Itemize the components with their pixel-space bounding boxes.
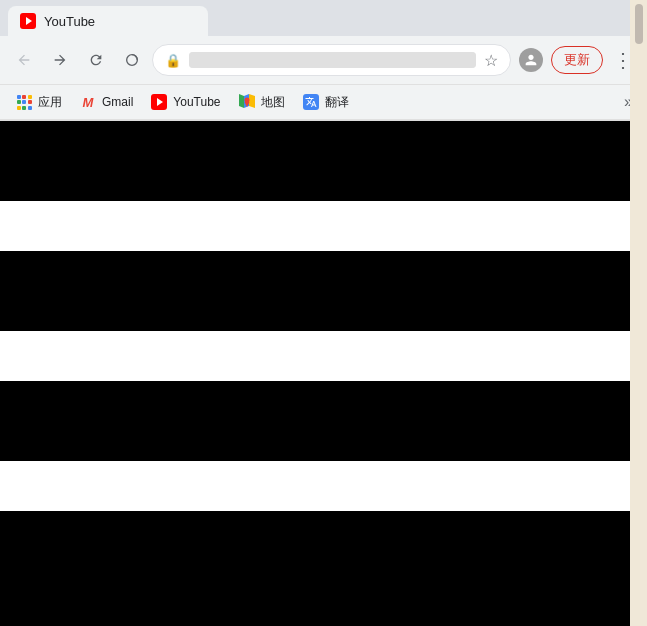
security-icon: 🔒 xyxy=(165,53,181,68)
translate-label: 翻译 xyxy=(325,94,349,111)
update-button[interactable]: 更新 xyxy=(551,46,603,74)
browser-chrome: YouTube 🔒 ☆ 更新 xyxy=(0,0,647,121)
apps-grid-icon xyxy=(16,94,32,110)
address-bar-icons: ☆ xyxy=(484,51,498,70)
youtube-bookmark-icon xyxy=(151,94,167,110)
active-tab[interactable]: YouTube xyxy=(8,6,208,36)
gmail-icon: M xyxy=(80,94,96,110)
bookmark-translate[interactable]: 翻译 xyxy=(295,89,357,115)
translate-icon xyxy=(303,94,319,110)
play-triangle-icon xyxy=(26,17,32,25)
star-icon[interactable]: ☆ xyxy=(484,51,498,70)
maps-label: 地图 xyxy=(261,94,285,111)
youtube-fav-icon xyxy=(151,94,167,110)
stripe-5 xyxy=(0,381,630,461)
browser-viewport xyxy=(0,121,647,626)
profile-avatar xyxy=(519,48,543,72)
scrollbar[interactable] xyxy=(630,0,647,506)
address-bar[interactable]: 🔒 ☆ xyxy=(152,44,511,76)
page-content xyxy=(0,121,630,626)
tab-title: YouTube xyxy=(44,14,196,29)
address-bar-row: 🔒 ☆ 更新 ⋮ xyxy=(0,36,647,84)
youtube-favicon-icon xyxy=(20,13,36,29)
bookmark-gmail[interactable]: M Gmail xyxy=(72,89,141,115)
apps-label: 应用 xyxy=(38,94,62,111)
svg-marker-4 xyxy=(249,94,255,108)
stripe-3 xyxy=(0,251,630,331)
tab-bar: YouTube xyxy=(0,0,647,36)
back-button[interactable] xyxy=(8,44,40,76)
tab-favicon xyxy=(20,13,36,29)
stripe-6 xyxy=(0,461,630,511)
gmail-label: Gmail xyxy=(102,95,133,109)
youtube-label: YouTube xyxy=(173,95,220,109)
url-display xyxy=(189,52,476,68)
bookmarks-bar: 应用 M Gmail YouTube xyxy=(0,84,647,120)
loading-indicator[interactable] xyxy=(116,44,148,76)
stripe-4 xyxy=(0,331,630,381)
maps-icon xyxy=(239,94,255,110)
translate-fav-icon xyxy=(303,94,319,110)
svg-marker-2 xyxy=(239,94,244,108)
profile-button[interactable] xyxy=(515,44,547,76)
forward-button[interactable] xyxy=(44,44,76,76)
refresh-button[interactable] xyxy=(80,44,112,76)
bookmark-youtube[interactable]: YouTube xyxy=(143,89,228,115)
scrollbar-thumb[interactable] xyxy=(635,4,643,44)
svg-point-5 xyxy=(244,98,249,103)
stripe-7 xyxy=(0,511,630,626)
bookmark-maps[interactable]: 地图 xyxy=(231,89,293,115)
stripe-2 xyxy=(0,201,630,251)
stripe-1 xyxy=(0,121,630,201)
yt-play-icon xyxy=(157,98,163,106)
bookmark-apps[interactable]: 应用 xyxy=(8,89,70,115)
